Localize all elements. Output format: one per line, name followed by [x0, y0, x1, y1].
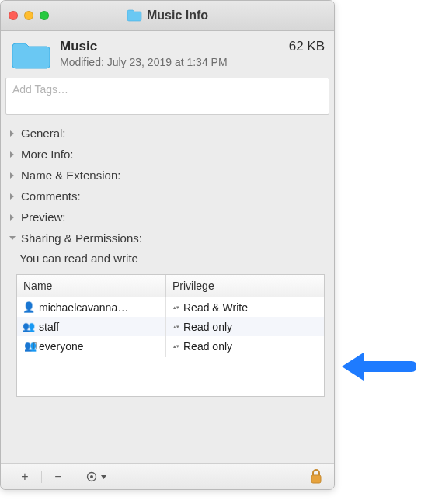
table-body: 👤 michaelcavanna… ▴▾ Read & Write 👥 staf… [17, 297, 324, 396]
section-more-info[interactable]: More Info: [7, 144, 328, 165]
table-row[interactable]: 👥𖠌 everyone ▴▾ Read only [17, 336, 324, 356]
gear-icon [83, 469, 100, 485]
footer-toolbar: + − [1, 463, 334, 489]
tags-placeholder: Add Tags… [12, 83, 68, 96]
folder-icon [10, 39, 52, 71]
add-user-button[interactable]: + [16, 469, 33, 485]
stepper-icon[interactable]: ▴▾ [172, 302, 180, 313]
table-row[interactable]: 👥 staff ▴▾ Read only [17, 317, 324, 336]
info-window: Music Info Music 62 KB Modified: July 23… [0, 0, 335, 490]
modified-value: July 23, 2019 at 1:34 PM [107, 56, 228, 68]
lock-icon [310, 469, 322, 485]
user-name: everyone [39, 340, 84, 353]
chevron-right-icon [9, 130, 16, 137]
people-icon: 👥 [23, 321, 34, 332]
section-label: General: [21, 127, 66, 140]
divider [75, 471, 75, 483]
stepper-icon[interactable]: ▴▾ [172, 341, 180, 352]
modified-label: Modified: [60, 56, 104, 68]
chevron-right-icon [9, 214, 16, 221]
person-icon: 👤 [23, 301, 34, 313]
svg-rect-2 [311, 475, 321, 483]
column-privilege[interactable]: Privilege [166, 275, 324, 297]
table-empty-area [17, 356, 324, 396]
modified-line: Modified: July 23, 2019 at 1:34 PM [60, 56, 325, 68]
sections: General: More Info: Name & Extension: Co… [1, 120, 334, 249]
callout-arrow-icon [342, 349, 416, 384]
remove-user-button[interactable]: − [50, 469, 67, 485]
section-preview[interactable]: Preview: [7, 207, 328, 228]
column-name[interactable]: Name [17, 275, 166, 297]
section-label: Preview: [21, 210, 66, 224]
section-label: Sharing & Permissions: [21, 231, 142, 245]
privilege-value[interactable]: Read only [183, 321, 232, 333]
chevron-right-icon [9, 193, 16, 200]
titlebar: Music Info [1, 1, 334, 31]
section-label: More Info: [21, 148, 74, 161]
sharing-body: You can read and write [1, 249, 334, 265]
section-comments[interactable]: Comments: [7, 186, 328, 207]
user-name: michaelcavanna… [39, 301, 128, 314]
chevron-down-icon [9, 235, 16, 242]
user-name: staff [39, 321, 59, 333]
chevron-right-icon [9, 172, 16, 179]
permissions-table: Name Privilege 👤 michaelcavanna… ▴▾ Read… [16, 274, 325, 397]
table-row[interactable]: 👤 michaelcavanna… ▴▾ Read & Write [17, 297, 324, 317]
section-label: Name & Extension: [21, 169, 120, 182]
folder-name: Music [60, 39, 97, 54]
header: Music 62 KB Modified: July 23, 2019 at 1… [1, 31, 334, 78]
privilege-value[interactable]: Read & Write [183, 301, 248, 314]
window-title: Music Info [147, 9, 208, 23]
section-general[interactable]: General: [7, 123, 328, 144]
divider [41, 471, 42, 483]
tags-input[interactable]: Add Tags… [5, 78, 329, 115]
people-icon: 👥𖠌 [23, 340, 34, 352]
stepper-icon[interactable]: ▴▾ [172, 322, 180, 332]
svg-point-1 [90, 475, 93, 478]
lock-button[interactable] [308, 469, 325, 485]
table-header: Name Privilege [17, 275, 324, 297]
chevron-right-icon [9, 151, 16, 158]
window-title-area: Music Info [9, 9, 326, 23]
section-sharing-permissions[interactable]: Sharing & Permissions: [7, 228, 328, 249]
file-size: 62 KB [289, 39, 325, 54]
folder-icon [127, 9, 142, 22]
section-label: Comments: [21, 189, 81, 203]
action-menu-button[interactable] [83, 469, 107, 485]
permission-note: You can read and write [19, 252, 325, 265]
privilege-value[interactable]: Read only [183, 340, 232, 353]
chevron-down-icon [100, 471, 107, 482]
section-name-extension[interactable]: Name & Extension: [7, 165, 328, 186]
